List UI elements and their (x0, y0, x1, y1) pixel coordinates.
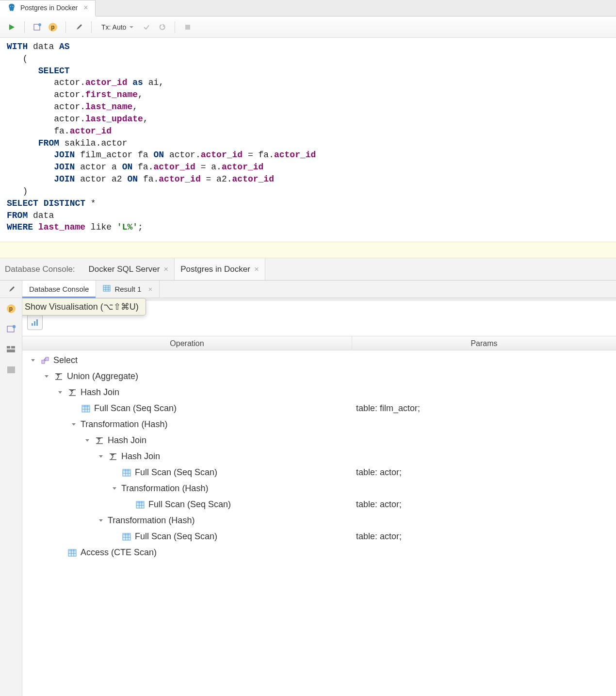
plan-tree[interactable]: SelectUnion (Aggregate)Hash JoinFull Sca… (22, 350, 616, 563)
close-icon[interactable]: × (148, 285, 152, 293)
stop-button[interactable] (181, 20, 195, 34)
svg-rect-12 (7, 346, 10, 348)
settings-button[interactable] (72, 20, 85, 34)
table-icon (67, 547, 78, 558)
editor-tab-postgres[interactable]: Postgres in Docker × (0, 0, 96, 17)
agg-icon (94, 435, 105, 446)
plan-row[interactable]: Full Scan (Seq Scan)table: actor; (22, 529, 616, 545)
plan-table-header: Operation Params (22, 336, 616, 350)
tree-toggle-icon[interactable] (111, 485, 118, 493)
console-tab-label: Postgres in Docker (180, 265, 250, 274)
plan-row[interactable]: Hash Join (22, 384, 616, 400)
console-header: Database Console: Docker SQL Server×Post… (0, 258, 616, 281)
console-tab[interactable]: Docker SQL Server× (83, 258, 175, 280)
svg-point-0 (10, 6, 11, 7)
commit-button[interactable] (140, 20, 153, 34)
plan-row[interactable]: Union (Aggregate) (22, 368, 616, 384)
select-icon (40, 355, 50, 366)
svg-rect-35 (123, 469, 130, 471)
layout-icon-1[interactable] (4, 343, 18, 356)
svg-rect-16 (32, 323, 33, 326)
tree-toggle-icon[interactable] (56, 389, 64, 397)
explain-plan-button[interactable] (31, 20, 44, 34)
plan-row[interactable]: Hash Join (22, 448, 616, 464)
plan-row[interactable]: Full Scan (Seq Scan)table: actor; (22, 497, 616, 513)
console-tab-label: Docker SQL Server (89, 265, 160, 274)
plan-row-label: Union (Aggregate) (67, 371, 138, 381)
sql-editor[interactable]: WITH data AS ( SELECT actor.actor_id as … (0, 38, 616, 242)
tree-toggle-icon (70, 405, 78, 413)
agg-icon (67, 387, 78, 398)
sub-tab[interactable]: Result 1× (96, 281, 160, 298)
plan-row-label: Transformation (Hash) (81, 419, 167, 430)
plan-row[interactable]: Transformation (Hash) (22, 513, 616, 529)
editor-toolbar: p Tx: Auto (0, 17, 616, 38)
tree-toggle-icon[interactable] (97, 517, 105, 525)
show-visualisation-button[interactable] (27, 315, 43, 330)
close-icon[interactable]: × (254, 265, 259, 274)
plan-row-label: Access (CTE Scan) (81, 547, 157, 558)
plan-row-label: Transformation (Hash) (121, 483, 208, 494)
tx-mode-label: Tx: Auto (101, 23, 126, 31)
plan-row[interactable]: Full Scan (Seq Scan)table: actor; (22, 464, 616, 481)
sub-tab[interactable]: Database Console (22, 281, 96, 298)
svg-rect-40 (136, 501, 144, 503)
close-icon[interactable]: × (83, 3, 88, 12)
p-badge-icon[interactable]: p (4, 302, 18, 315)
table-icon (121, 531, 132, 542)
sub-tabs-wrench[interactable] (0, 281, 22, 298)
svg-rect-5 (103, 285, 110, 291)
editor-footer-strip (0, 242, 616, 258)
plan-row-params: table: actor; (352, 499, 616, 510)
svg-rect-19 (42, 360, 45, 364)
rollback-button[interactable] (155, 20, 169, 34)
table-icon (103, 284, 111, 294)
svg-rect-17 (34, 321, 35, 326)
svg-rect-15 (7, 366, 15, 373)
svg-rect-4 (185, 25, 190, 30)
plan-row[interactable]: Select (22, 352, 616, 368)
tree-toggle-icon[interactable] (43, 373, 50, 381)
editor-tab-label: Postgres in Docker (20, 4, 78, 12)
layout-icon-2[interactable] (4, 363, 18, 377)
tree-toggle-icon[interactable] (83, 437, 91, 445)
plan-row-params: table: actor; (352, 467, 616, 478)
plan-row-params: table: actor; (352, 531, 616, 542)
svg-rect-50 (68, 549, 76, 551)
plan-row[interactable]: Transformation (Hash) (22, 416, 616, 432)
svg-rect-13 (11, 346, 15, 348)
agg-icon (108, 451, 118, 462)
plan-row-label: Select (53, 355, 78, 365)
tree-toggle-icon (124, 501, 132, 509)
console-header-label: Database Console: (5, 265, 75, 274)
console-left-gutter: p (0, 298, 22, 696)
plan-row[interactable]: Access (CTE Scan) (22, 545, 616, 561)
plan-row[interactable]: Full Scan (Seq Scan)table: film_actor; (22, 400, 616, 416)
sub-tab-label: Database Console (29, 285, 89, 293)
plan-row[interactable]: Hash Join (22, 432, 616, 448)
plan-row[interactable]: Transformation (Hash) (22, 481, 616, 497)
table-icon (135, 499, 146, 510)
plan-row-label: Hash Join (108, 435, 146, 446)
plan-panel: Show Visualisation (⌥⇧⌘U) Operation Para… (22, 298, 616, 696)
table-icon (121, 467, 132, 478)
tree-toggle-icon (111, 533, 118, 541)
tree-toggle-icon[interactable] (97, 453, 105, 461)
run-button[interactable] (5, 20, 18, 34)
tree-toggle-icon[interactable] (70, 421, 78, 429)
close-icon[interactable]: × (163, 265, 168, 274)
plan-header-params: Params (352, 336, 616, 350)
tree-toggle-icon[interactable] (29, 357, 37, 365)
svg-rect-45 (123, 533, 130, 535)
postgres-icon (7, 3, 16, 13)
console-tab[interactable]: Postgres in Docker× (174, 258, 265, 280)
history-icon[interactable] (4, 322, 18, 336)
p-badge-button[interactable]: p (46, 20, 60, 34)
tooltip: Show Visualisation (⌥⇧⌘U) (22, 298, 146, 315)
svg-point-3 (38, 23, 41, 26)
tx-mode-select[interactable]: Tx: Auto (97, 20, 138, 34)
plan-row-label: Hash Join (81, 387, 119, 398)
plan-row-label: Hash Join (121, 451, 160, 462)
plan-row-params: table: film_actor; (352, 403, 616, 414)
editor-tab-bar: Postgres in Docker × (0, 0, 616, 17)
